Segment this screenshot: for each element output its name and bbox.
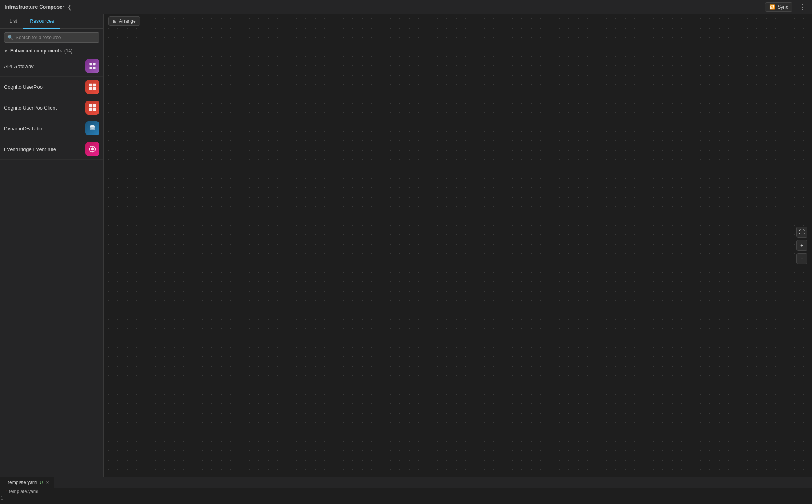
resource-name: Cognito UserPoolClient xyxy=(4,105,57,111)
canvas-grid xyxy=(104,14,812,477)
sync-label: Sync xyxy=(778,4,788,10)
sidebar: List Resources 🔍 ▼ Enhanced components (… xyxy=(0,14,104,477)
zoom-in-icon: + xyxy=(800,242,803,248)
cognito-userpoolclient-icon xyxy=(85,101,99,115)
breadcrumb-filename: template.yaml xyxy=(9,489,38,494)
resource-name: DynamoDB Table xyxy=(4,126,43,131)
collapse-sidebar-icon[interactable]: ❮ xyxy=(67,4,72,10)
tab-modified-indicator: U xyxy=(40,480,43,485)
resource-name: API Gateway xyxy=(4,63,34,69)
chevron-down-icon: ▼ xyxy=(4,49,8,53)
editor-area: ! template.yaml U × ! template.yaml 1 xyxy=(0,477,812,504)
line-number: 1 xyxy=(0,495,9,501)
enhanced-components-section-header[interactable]: ▼ Enhanced components (14) xyxy=(0,47,103,56)
zoom-in-button[interactable]: + xyxy=(796,240,807,251)
svg-rect-4 xyxy=(89,84,92,87)
svg-rect-10 xyxy=(89,108,92,111)
editor-tab-bar: ! template.yaml U × xyxy=(0,477,812,488)
breadcrumb-error-icon: ! xyxy=(6,490,7,494)
sync-button[interactable]: 🔁 Sync xyxy=(765,2,792,12)
list-item[interactable]: DynamoDB Table xyxy=(0,118,103,139)
zoom-out-button[interactable]: − xyxy=(796,253,807,264)
svg-rect-0 xyxy=(90,63,92,66)
search-icon: 🔍 xyxy=(7,35,13,40)
tab-close-button[interactable]: × xyxy=(45,480,49,485)
svg-rect-5 xyxy=(93,84,96,87)
more-options-icon[interactable]: ⋮ xyxy=(797,2,807,12)
svg-point-14 xyxy=(91,148,94,151)
resource-list: API Gateway Cognito UserPool xyxy=(0,56,103,477)
expand-icon: ⛶ xyxy=(799,229,805,235)
svg-rect-9 xyxy=(93,104,96,108)
sync-icon: 🔁 xyxy=(769,4,775,10)
resource-name: Cognito UserPool xyxy=(4,84,44,90)
expand-canvas-button[interactable]: ⛶ xyxy=(796,227,807,238)
top-bar-left: Infrastructure Composer ❮ xyxy=(5,4,72,10)
canvas-controls: ⛶ + − xyxy=(796,227,807,264)
zoom-out-icon: − xyxy=(800,256,803,262)
canvas-area: ⊞ Arrange ⛶ + − xyxy=(104,14,812,477)
svg-rect-7 xyxy=(93,87,96,90)
main-layout: List Resources 🔍 ▼ Enhanced components (… xyxy=(0,14,812,477)
editor-tab-template-yaml[interactable]: ! template.yaml U × xyxy=(0,477,54,488)
arrange-icon: ⊞ xyxy=(113,18,117,24)
top-bar: Infrastructure Composer ❮ 🔁 Sync ⋮ xyxy=(0,0,812,14)
editor-breadcrumb: ! template.yaml xyxy=(0,488,812,495)
eventbridge-icon xyxy=(85,142,99,156)
app-title: Infrastructure Composer xyxy=(5,4,64,10)
sidebar-tabs: List Resources xyxy=(0,14,103,29)
tab-list[interactable]: List xyxy=(3,14,23,29)
tab-resources[interactable]: Resources xyxy=(23,14,60,29)
dynamodb-icon xyxy=(85,121,99,135)
arrange-button[interactable]: ⊞ Arrange xyxy=(108,16,140,26)
svg-rect-2 xyxy=(90,67,92,69)
top-bar-right: 🔁 Sync ⋮ xyxy=(765,2,807,12)
svg-rect-6 xyxy=(89,87,92,90)
list-item[interactable]: Cognito UserPool xyxy=(0,77,103,97)
api-gateway-icon xyxy=(85,59,99,73)
section-label: Enhanced components xyxy=(10,48,62,54)
arrange-label: Arrange xyxy=(119,18,136,24)
list-item[interactable]: EventBridge Event rule xyxy=(0,139,103,160)
error-indicator: ! xyxy=(5,480,6,484)
canvas-toolbar: ⊞ Arrange xyxy=(104,14,812,28)
list-item[interactable]: API Gateway xyxy=(0,56,103,77)
cognito-userpool-icon xyxy=(85,80,99,94)
svg-rect-11 xyxy=(93,108,96,111)
svg-rect-1 xyxy=(93,63,96,66)
editor-line-area: 1 xyxy=(0,495,812,501)
list-item[interactable]: Cognito UserPoolClient xyxy=(0,97,103,118)
svg-rect-3 xyxy=(93,67,96,69)
search-box: 🔍 xyxy=(4,32,99,43)
resource-name: EventBridge Event rule xyxy=(4,146,56,152)
search-input[interactable] xyxy=(16,35,96,40)
search-container: 🔍 xyxy=(0,29,103,47)
section-count: (14) xyxy=(64,48,72,54)
svg-rect-8 xyxy=(89,104,92,108)
tab-filename: template.yaml xyxy=(8,480,38,485)
